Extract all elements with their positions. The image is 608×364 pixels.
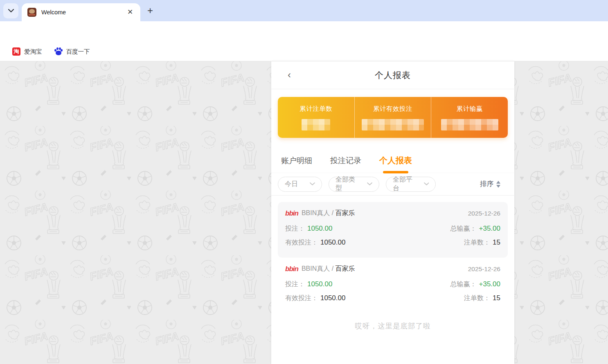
tab-title: Welcome (41, 9, 126, 16)
tab-bet-records[interactable]: 投注记录 (330, 155, 361, 167)
report-record-row[interactable]: bbin BBIN真人 / 百家乐 2025-12-26 投注： 1050.00… (278, 258, 508, 313)
valid-bet-value: 1050.00 (320, 294, 345, 302)
taobao-icon: 淘 (12, 47, 20, 56)
valid-bet-label: 有效投注： (285, 238, 318, 247)
winloss-value: +35.00 (479, 280, 500, 288)
summary-label: 累计有效投注 (373, 105, 412, 113)
browser-tab-strip: Welcome ✕ + (0, 0, 608, 21)
bet-label: 投注： (285, 225, 305, 233)
winloss-label: 总输赢： (450, 280, 477, 289)
bookmarks-bar: 淘 爱淘宝 百度一下 (0, 42, 608, 61)
new-tab-button[interactable]: + (144, 5, 156, 17)
bbin-logo: bbin (285, 209, 298, 218)
chevron-down-icon (8, 9, 14, 13)
bet-value: 1050.00 (307, 280, 332, 288)
summary-winloss: 累计输赢 (431, 97, 508, 138)
bookmark-label: 百度一下 (66, 48, 90, 56)
tab-account-detail[interactable]: 账户明细 (281, 155, 312, 167)
bookmark-label: 爱淘宝 (24, 48, 42, 56)
chevron-down-icon (367, 182, 372, 186)
record-date: 2025-12-26 (468, 265, 500, 273)
game-name: 百家乐 (336, 265, 355, 273)
bottom-reached-text: 哎呀，这里是底部了啦 (271, 321, 514, 331)
report-record-row[interactable]: bbin BBIN真人 / 百家乐 2025-12-26 投注： 1050.00… (278, 202, 508, 258)
filter-bar: 今日 全部类型 全部平台 排序 (271, 173, 514, 195)
filter-label: 全部平台 (393, 175, 418, 193)
page-background: FIFA (0, 61, 608, 364)
tab-search-button[interactable] (3, 3, 18, 18)
bbin-logo: bbin (285, 265, 298, 273)
page-header: ‹ 个人报表 (271, 61, 514, 89)
report-panel: ‹ 个人报表 累计注单数 累计有效投注 累计输赢 账户明细 投注记录 个人报表 (271, 61, 514, 364)
valid-bet-value: 1050.00 (320, 238, 345, 247)
winloss-value: +35.00 (479, 225, 500, 233)
censored-value (302, 119, 330, 130)
date-filter-dropdown[interactable]: 今日 (278, 177, 322, 192)
order-count-value: 15 (493, 294, 500, 302)
provider-name: BBIN真人 / (302, 265, 333, 273)
order-count-label: 注单数： (464, 294, 490, 303)
bet-label: 投注： (285, 280, 305, 289)
filter-label: 今日 (285, 180, 298, 189)
type-filter-dropdown[interactable]: 全部类型 (329, 177, 379, 192)
sort-label: 排序 (480, 180, 493, 189)
chevron-down-icon (424, 182, 429, 186)
censored-value (362, 119, 424, 130)
bookmark-aitaobao[interactable]: 淘 爱淘宝 (12, 47, 42, 56)
report-tabs: 账户明细 投注记录 个人报表 (271, 149, 514, 173)
browser-tab[interactable]: Welcome ✕ (22, 3, 140, 21)
browser-toolbar: 175616.cc/reports/index?tab=1 (0, 21, 608, 42)
platform-filter-dropdown[interactable]: 全部平台 (386, 177, 436, 192)
summary-label: 累计输赢 (457, 105, 483, 113)
chevron-down-icon (310, 182, 315, 186)
summary-total-orders: 累计注单数 (278, 97, 354, 138)
tab-label: 个人报表 (379, 156, 412, 165)
site-favicon (27, 8, 36, 17)
censored-value (441, 119, 498, 130)
valid-bet-label: 有效投注： (285, 294, 318, 303)
game-name: 百家乐 (336, 209, 355, 218)
order-count-label: 注单数： (464, 238, 490, 247)
bookmark-baidu[interactable]: 百度一下 (54, 47, 90, 56)
back-chevron-button[interactable]: ‹ (284, 70, 295, 81)
baidu-paw-icon (54, 47, 63, 56)
winloss-label: 总输赢： (450, 225, 477, 233)
summary-label: 累计注单数 (299, 105, 332, 113)
tab-close-icon[interactable]: ✕ (126, 8, 135, 17)
bet-value: 1050.00 (307, 225, 332, 233)
record-date: 2025-12-26 (468, 210, 500, 217)
sort-arrows-icon (496, 181, 500, 188)
tab-personal-report[interactable]: 个人报表 (379, 155, 412, 167)
provider-name: BBIN真人 / (302, 209, 333, 218)
summary-valid-bets: 累计有效投注 (354, 97, 431, 138)
page-title: 个人报表 (375, 70, 411, 81)
order-count-value: 15 (493, 238, 500, 247)
filter-label: 全部类型 (336, 175, 361, 193)
summary-card: 累计注单数 累计有效投注 累计输赢 (278, 97, 508, 138)
sort-control[interactable]: 排序 (480, 180, 500, 189)
